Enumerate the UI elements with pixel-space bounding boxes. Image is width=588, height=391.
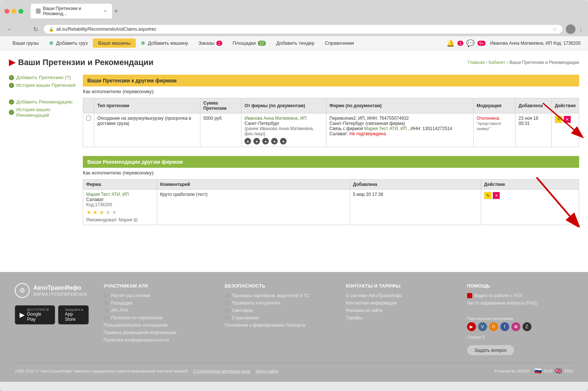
youtube-social-icon[interactable]: ▶ bbox=[467, 322, 476, 331]
claims-table: Тип претензии Сумма Претензии От фирмы (… bbox=[83, 98, 579, 147]
nav-item-add-gruz[interactable]: ⊕ Добавить груз bbox=[44, 38, 93, 48]
footer-link-check-contragent[interactable]: Проверить контрагента bbox=[225, 300, 331, 306]
forward-button[interactable]: → bbox=[18, 25, 28, 33]
en-flag: 🇬🇧 bbox=[555, 367, 562, 374]
star-2: ★ bbox=[92, 209, 98, 215]
edit-claim-button[interactable]: ✎ bbox=[555, 116, 562, 123]
footer-link-terms[interactable]: Пользовательское соглашение bbox=[104, 323, 210, 328]
nav-item-label: Ваши грузы bbox=[13, 40, 39, 46]
moderation-status: Отклонена bbox=[477, 116, 499, 121]
nav-item-label: Площадки bbox=[233, 40, 256, 46]
bell-icon[interactable]: 🔔 bbox=[446, 39, 454, 47]
footer-link-passport[interactable]: Положение о формировании Паспорта bbox=[225, 323, 331, 328]
minimize-button[interactable] bbox=[11, 9, 16, 14]
footer-link-api[interactable]: API АТИ bbox=[104, 308, 210, 313]
footer-link-insurance[interactable]: Страхование bbox=[225, 315, 331, 320]
instagram-social-icon[interactable]: ✿ bbox=[511, 322, 520, 331]
footer-link-distances[interactable]: Расчет расстояний bbox=[104, 293, 210, 298]
col-comment: Комментарий bbox=[157, 180, 350, 190]
nav-item-gruz[interactable]: Ваши грузы bbox=[7, 38, 44, 48]
url-bar[interactable]: 🔒 ati.su/Reliability/RecommendsAndClaims… bbox=[43, 24, 563, 34]
ask-question-button[interactable]: Задать вопрос bbox=[467, 345, 514, 355]
recommendations-table: Фирма Комментарий Добавлена Действие Мар… bbox=[83, 179, 579, 225]
back-button[interactable]: ← bbox=[4, 25, 15, 33]
ru-lang-label[interactable]: RUS bbox=[544, 369, 552, 373]
footer-link-площадки[interactable]: Площадки bbox=[104, 300, 210, 306]
edit-rec-button[interactable]: ✎ bbox=[484, 192, 491, 199]
from-firm-link[interactable]: Иванова Анна Матвеевна, ИП bbox=[244, 116, 307, 121]
google-play-label: Google Play bbox=[27, 312, 50, 322]
bookmark-icon[interactable]: ☆ bbox=[552, 26, 557, 32]
message-icon[interactable]: 💬 bbox=[466, 39, 474, 47]
copyright-link[interactable]: О соблюдении авторских прав bbox=[193, 369, 250, 373]
row-actions-cell: ✎ ✕ bbox=[552, 113, 579, 147]
shield-icon bbox=[225, 315, 230, 320]
footer-col-security: БЕЗОПАСНОСТЬ Проверка партнёров, водител… bbox=[225, 283, 331, 355]
nav-item-площадки[interactable]: Площадки 17 bbox=[227, 38, 271, 48]
powered-by-text: Powered by NGINX bbox=[494, 369, 530, 373]
browser-tab[interactable]: Ваши Претензии и Рекоменд... ✕ bbox=[31, 4, 112, 18]
sidebar-history-recommendations-link[interactable]: i История ваших Рекомендаций bbox=[9, 107, 75, 118]
row-checkbox[interactable] bbox=[86, 116, 91, 120]
claims-table-wrapper: Тип претензии Сумма Претензии От фирмы (… bbox=[83, 98, 579, 147]
nav-item-machines[interactable]: Ваши машины bbox=[93, 38, 136, 48]
footer-link-advert[interactable]: Реклама на сайте bbox=[346, 308, 452, 313]
vk-social-icon[interactable]: V bbox=[478, 322, 487, 331]
footer-link-useful[interactable]: Полезное по перевозкам bbox=[104, 315, 210, 320]
delete-rec-button[interactable]: ✕ bbox=[493, 192, 500, 199]
plus-icon: ⊕ bbox=[49, 40, 53, 46]
notif-badge-2: 9+ bbox=[477, 41, 486, 46]
footer-link-tariffs[interactable]: Тарифы bbox=[346, 315, 452, 320]
reload-button[interactable]: ↻ bbox=[31, 25, 40, 34]
en-lang-label[interactable]: ENG bbox=[564, 369, 573, 373]
breadcrumb-home-link[interactable]: Главная bbox=[468, 60, 485, 65]
nav-item-tender[interactable]: Добавить тендер bbox=[271, 38, 320, 48]
nav-item-orders[interactable]: Заказы 2 bbox=[193, 38, 227, 48]
sidebar-history-recommendations-icon: i bbox=[9, 110, 14, 115]
fb-social-icon[interactable]: f bbox=[500, 322, 509, 331]
close-button[interactable] bbox=[4, 9, 9, 14]
user-avatar[interactable] bbox=[566, 24, 575, 34]
sidebar-add-claim-link[interactable]: ? Добавить Претензию (?) bbox=[9, 75, 75, 80]
col-action: Действие bbox=[552, 98, 579, 113]
rec-firm-link[interactable]: Мария Тест АТИ, ИП bbox=[86, 192, 129, 197]
browser-menu-button[interactable]: ⋮ bbox=[578, 26, 584, 32]
sitemap-link[interactable]: Карта сайта bbox=[256, 369, 278, 373]
sidebar-add-recommendation-link[interactable]: i Добавить Рекомендацию bbox=[9, 99, 75, 105]
maximize-button[interactable] bbox=[18, 9, 23, 14]
footer-link-privacy[interactable]: Политика конфиденциальности bbox=[104, 337, 210, 343]
nav-item-add-machine[interactable]: ⊕ Добавить машину bbox=[136, 38, 193, 48]
breadcrumb-cabinet-link[interactable]: Кабинет bbox=[489, 60, 506, 65]
footer-link-faq[interactable]: Часто задаваемые вопросы (FAQ) bbox=[467, 300, 574, 306]
footer-link-svetofor[interactable]: Светофор bbox=[225, 308, 331, 313]
page-content: ▶ Ваши Претензии и Рекомендации Главная … bbox=[0, 50, 588, 272]
footer-link-about[interactable]: О системе АвтоТрансИнфо bbox=[346, 293, 452, 298]
title-arrow-icon: ▶ bbox=[9, 58, 15, 67]
sidebar-history-claims-link[interactable]: i История ваших Претензий bbox=[9, 82, 75, 88]
tab-bar: Ваши Претензии и Рекоменд... ✕ + bbox=[31, 4, 584, 18]
social-icon-4: ● bbox=[271, 138, 278, 144]
delete-claim-button[interactable]: ✕ bbox=[564, 116, 571, 123]
lock-icon: 🔒 bbox=[49, 27, 54, 32]
youtube-icon bbox=[467, 293, 472, 298]
google-play-button[interactable]: ▶ ДОСТУПНО В Google Play bbox=[15, 305, 55, 324]
footer-link-contact[interactable]: Контактная информация bbox=[346, 300, 452, 306]
footer-col-help-title: ПОМОЩЬ bbox=[467, 283, 574, 289]
footer-link-check-partners[interactable]: Проверка партнёров, водителей и ТС bbox=[225, 293, 331, 298]
footer-link-rules[interactable]: Правила размещения информации bbox=[104, 330, 210, 335]
col-action: Действие bbox=[481, 180, 579, 190]
rec-added: 5 мар 20 17:38 bbox=[353, 192, 383, 197]
footer-link-videos[interactable]: Видео по работе с АТИ bbox=[467, 293, 574, 298]
zen-social-icon[interactable]: Z bbox=[523, 322, 531, 331]
to-firm-link[interactable]: Мария Тест АТИ, ИП bbox=[364, 126, 407, 131]
social-icon-3: ● bbox=[262, 138, 269, 144]
app-store-button[interactable]: Загрузите в App Store bbox=[58, 305, 89, 324]
new-tab-button[interactable]: + bbox=[114, 7, 118, 15]
row-amount: 5000 руб bbox=[203, 116, 222, 121]
ok-social-icon[interactable]: O bbox=[489, 322, 498, 331]
nav-item-label: Добавить тендер bbox=[276, 40, 314, 46]
star-5: ★ bbox=[112, 209, 117, 215]
tab-close-button[interactable]: ✕ bbox=[104, 9, 107, 14]
moderation-note: "представьте заявку" bbox=[477, 121, 501, 131]
nav-item-справочники[interactable]: Справочники bbox=[320, 38, 359, 48]
